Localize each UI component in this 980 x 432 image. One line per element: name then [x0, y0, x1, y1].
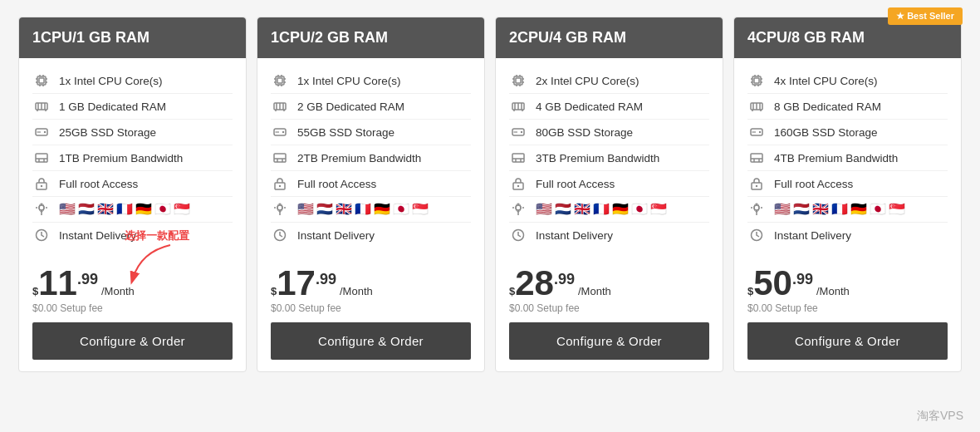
price-dollar-sign: $ — [32, 285, 38, 297]
location-flags: 🇺🇸🇳🇱🇬🇧🇫🇷🇩🇪🇯🇵🇸🇬 — [536, 203, 667, 216]
clock-icon — [32, 228, 51, 242]
feature-text-delivery: Instant Delivery — [297, 229, 375, 242]
feature-text-access: Full root Access — [297, 178, 376, 190]
feature-row-storage: 25GB SSD Storage — [32, 120, 233, 145]
order-button[interactable]: Configure & Order — [32, 322, 233, 360]
order-button[interactable]: Configure & Order — [509, 322, 709, 360]
svg-point-52 — [279, 185, 281, 187]
card-footer-0: $11.99/Month$0.00 Setup feeConfigure & O… — [19, 258, 246, 371]
svg-rect-103 — [751, 154, 762, 162]
location-icon — [509, 203, 527, 216]
setup-fee: $0.00 Setup fee — [271, 302, 471, 314]
feature-text-storage: 160GB SSD Storage — [774, 126, 878, 139]
flag: 🇬🇧 — [336, 203, 352, 216]
svg-point-81 — [516, 205, 521, 210]
feature-text-bandwidth: 3TB Premium Bandwidth — [536, 152, 659, 164]
feature-row-bandwidth: 3TB Premium Bandwidth — [509, 145, 709, 171]
hdd-icon — [32, 125, 51, 139]
feature-text-cpu: 1x Intel CPU Core(s) — [59, 75, 163, 87]
flag: 🇺🇸 — [297, 203, 314, 216]
flag: 🇳🇱 — [555, 203, 571, 216]
order-button[interactable]: Configure & Order — [271, 322, 471, 360]
bandwidth-icon — [271, 151, 289, 164]
flag: 🇺🇸 — [774, 203, 791, 216]
feature-row-storage: 80GB SSD Storage — [509, 120, 709, 145]
flag: 🇫🇷 — [116, 203, 133, 216]
price-period: /Month — [578, 285, 611, 297]
cpu-icon — [271, 74, 289, 87]
price-dollar-sign: $ — [747, 285, 753, 297]
clock-icon — [271, 228, 289, 242]
svg-point-17 — [44, 131, 46, 133]
feature-text-cpu: 2x Intel CPU Core(s) — [536, 75, 639, 87]
flag: 🇯🇵 — [393, 203, 409, 216]
svg-point-45 — [282, 131, 284, 133]
price-cents: .99 — [77, 271, 98, 288]
feature-text-cpu: 4x Intel CPU Core(s) — [774, 75, 878, 87]
svg-rect-1 — [39, 78, 44, 83]
bandwidth-icon — [747, 151, 766, 164]
feature-row-location: 🇺🇸🇳🇱🇬🇧🇫🇷🇩🇪🇯🇵🇸🇬 — [509, 197, 709, 223]
cpu-icon — [747, 74, 766, 87]
feature-text-delivery: Instant Delivery — [774, 229, 851, 242]
price-block: $28.99/Month — [509, 266, 709, 301]
root-icon — [747, 177, 766, 190]
flag: 🇸🇬 — [412, 203, 429, 216]
location-icon — [32, 203, 51, 216]
feature-text-ram: 1 GB Dedicated RAM — [59, 101, 166, 113]
ram-icon — [747, 100, 766, 113]
feature-row-cpu: 4x Intel CPU Core(s) — [747, 68, 948, 94]
feature-row-ram: 4 GB Dedicated RAM — [509, 94, 709, 120]
feature-row-access: Full root Access — [32, 171, 233, 197]
flag: 🇯🇵 — [154, 203, 171, 216]
hdd-icon — [509, 125, 527, 139]
feature-row-location: 🇺🇸🇳🇱🇬🇧🇫🇷🇩🇪🇯🇵🇸🇬 — [271, 197, 471, 223]
location-flags: 🇺🇸🇳🇱🇬🇧🇫🇷🇩🇪🇯🇵🇸🇬 — [774, 203, 905, 216]
bandwidth-icon — [32, 151, 51, 164]
clock-icon — [747, 228, 766, 242]
card-title-1: 1CPU/2 GB RAM — [257, 17, 484, 58]
feature-row-cpu: 1x Intel CPU Core(s) — [271, 68, 471, 94]
flag: 🇺🇸 — [536, 203, 552, 216]
location-icon — [747, 203, 766, 216]
feature-row-bandwidth: 4TB Premium Bandwidth — [747, 145, 948, 171]
flag: 🇸🇬 — [889, 203, 905, 216]
cpu-icon — [509, 74, 527, 87]
flag: 🇬🇧 — [574, 203, 590, 216]
flag: 🇯🇵 — [631, 203, 648, 216]
order-button[interactable]: Configure & Order — [747, 322, 948, 360]
feature-row-bandwidth: 1TB Premium Bandwidth — [32, 145, 233, 171]
svg-rect-75 — [512, 154, 524, 162]
svg-point-24 — [41, 185, 42, 187]
price-block: $11.99/Month — [32, 266, 233, 301]
svg-point-101 — [759, 131, 761, 133]
card-title-2: 2CPU/4 GB RAM — [496, 17, 723, 58]
hdd-icon — [747, 125, 766, 139]
location-flags: 🇺🇸🇳🇱🇬🇧🇫🇷🇩🇪🇯🇵🇸🇬 — [297, 203, 429, 216]
setup-fee: $0.00 Setup fee — [509, 302, 709, 314]
location-flags: 🇺🇸🇳🇱🇬🇧🇫🇷🇩🇪🇯🇵🇸🇬 — [59, 203, 190, 216]
feature-text-ram: 2 GB Dedicated RAM — [297, 101, 404, 113]
feature-text-bandwidth: 4TB Premium Bandwidth — [774, 152, 898, 164]
card-body-3: 4x Intel CPU Core(s)8 GB Dedicated RAM16… — [734, 58, 961, 258]
feature-row-storage: 55GB SSD Storage — [271, 120, 471, 145]
card-body-1: 1x Intel CPU Core(s)2 GB Dedicated RAM55… — [257, 58, 484, 258]
svg-rect-19 — [36, 154, 47, 162]
feature-row-access: Full root Access — [271, 171, 471, 197]
root-icon — [509, 177, 527, 190]
card-footer-2: $28.99/Month$0.00 Setup feeConfigure & O… — [496, 258, 723, 371]
price-main: 17 — [277, 266, 316, 301]
feature-row-location: 🇺🇸🇳🇱🇬🇧🇫🇷🇩🇪🇯🇵🇸🇬 — [747, 197, 948, 223]
feature-row-cpu: 2x Intel CPU Core(s) — [509, 68, 709, 94]
price-cents: .99 — [554, 271, 575, 288]
price-period: /Month — [816, 285, 850, 297]
svg-point-25 — [39, 205, 44, 210]
setup-fee: $0.00 Setup fee — [747, 302, 948, 314]
flag: 🇩🇪 — [612, 203, 629, 216]
pricing-card-1: 1CPU/2 GB RAM1x Intel CPU Core(s)2 GB De… — [257, 17, 485, 372]
svg-point-80 — [517, 185, 519, 187]
svg-rect-85 — [754, 78, 759, 83]
cpu-icon — [32, 74, 51, 87]
price-main: 28 — [515, 266, 554, 301]
price-main: 11 — [38, 266, 77, 301]
